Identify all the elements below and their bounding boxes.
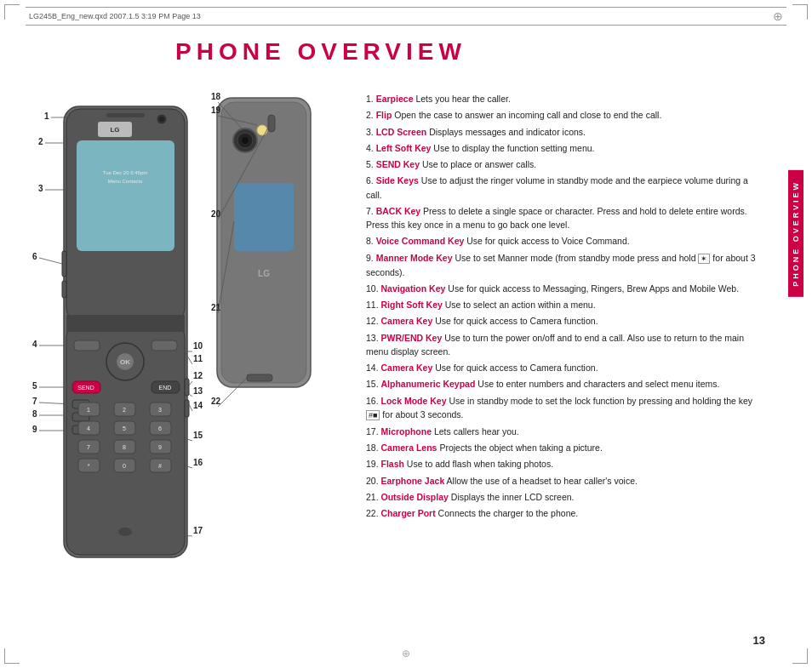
svg-rect-11 bbox=[66, 315, 185, 332]
svg-text:5: 5 bbox=[123, 425, 126, 431]
svg-text:2: 2 bbox=[123, 407, 126, 413]
svg-text:8: 8 bbox=[123, 444, 126, 450]
svg-rect-2 bbox=[77, 140, 174, 251]
svg-point-58 bbox=[257, 125, 267, 135]
svg-text:19: 19 bbox=[211, 106, 221, 115]
svg-rect-7 bbox=[106, 113, 145, 117]
svg-text:SEND: SEND bbox=[77, 385, 94, 391]
svg-text:#: # bbox=[158, 463, 162, 469]
svg-text:7: 7 bbox=[32, 397, 37, 406]
svg-text:END: END bbox=[159, 385, 172, 391]
svg-rect-15 bbox=[74, 340, 100, 351]
svg-text:LG: LG bbox=[110, 126, 119, 134]
svg-line-90 bbox=[189, 404, 192, 411]
svg-point-9 bbox=[159, 117, 164, 122]
list-item: 12. Camera Key Use for quick access to C… bbox=[366, 314, 765, 328]
svg-text:16: 16 bbox=[193, 458, 203, 467]
svg-text:7: 7 bbox=[87, 444, 90, 450]
svg-text:4: 4 bbox=[32, 340, 37, 349]
crop-mark-br bbox=[792, 648, 808, 664]
svg-text:3: 3 bbox=[158, 407, 162, 413]
list-item: 18. Camera Lens Projects the object when… bbox=[366, 441, 765, 454]
svg-text:17: 17 bbox=[193, 526, 203, 535]
list-item: 21. Outside Display Displays the inner L… bbox=[366, 490, 765, 504]
crosshair-bottom: ⊕ bbox=[402, 648, 410, 659]
list-item: 6. Side Keys Use to adjust the ringer vo… bbox=[366, 174, 765, 202]
svg-text:22: 22 bbox=[211, 397, 221, 406]
list-item: 1. Earpiece Lets you hear the caller. bbox=[366, 92, 765, 106]
svg-text:Menu    Contacts: Menu Contacts bbox=[108, 179, 142, 184]
items-list: 1. Earpiece Lets you hear the caller. 2.… bbox=[366, 92, 765, 521]
svg-text:1: 1 bbox=[44, 111, 49, 121]
crop-mark-bl bbox=[4, 648, 20, 664]
svg-rect-62 bbox=[247, 374, 272, 381]
list-item: 19. Flash Use to add flash when taking p… bbox=[366, 457, 765, 471]
list-item: 7. BACK Key Press to delete a single spa… bbox=[366, 204, 765, 232]
svg-rect-50 bbox=[62, 281, 66, 298]
list-item: 20. Earphone Jack Allow the use of a hea… bbox=[366, 474, 765, 488]
svg-text:0: 0 bbox=[123, 463, 126, 469]
svg-point-57 bbox=[242, 137, 249, 144]
header-crosshair: ⊕ bbox=[773, 9, 783, 23]
svg-text:LG: LG bbox=[258, 269, 270, 278]
crop-mark-tl bbox=[4, 4, 20, 20]
svg-point-48 bbox=[118, 528, 132, 536]
svg-line-74 bbox=[39, 258, 62, 264]
svg-text:1: 1 bbox=[87, 407, 90, 413]
svg-text:11: 11 bbox=[193, 354, 203, 363]
list-item: 15. Alphanumeric Keypad Use to enter num… bbox=[366, 377, 765, 391]
svg-line-86 bbox=[189, 381, 192, 385]
svg-text:*: * bbox=[88, 463, 90, 469]
svg-text:9: 9 bbox=[32, 425, 37, 434]
list-item: 9. Manner Mode Key Use to set Manner mod… bbox=[366, 251, 765, 279]
list-item: 5. SEND Key Use to place or answer calls… bbox=[366, 157, 765, 171]
svg-rect-59 bbox=[268, 115, 275, 132]
svg-text:6: 6 bbox=[158, 425, 162, 431]
svg-text:OK: OK bbox=[120, 358, 130, 366]
svg-text:10: 10 bbox=[193, 341, 203, 351]
svg-text:6: 6 bbox=[32, 252, 37, 261]
svg-text:3: 3 bbox=[38, 184, 43, 193]
svg-text:13: 13 bbox=[193, 386, 203, 396]
svg-rect-60 bbox=[234, 183, 294, 251]
list-item: 4. Left Soft Key Use to display the func… bbox=[366, 141, 765, 155]
list-item: 16. Lock Mode Key Use in standby mode to… bbox=[366, 394, 765, 422]
list-item: 10. Navigation Key Use for quick access … bbox=[366, 282, 765, 295]
svg-text:Tue Dec 20 6:45pm: Tue Dec 20 6:45pm bbox=[103, 170, 147, 175]
list-item: 8. Voice Command Key Use for quick acces… bbox=[366, 234, 765, 248]
header-text: LG245B_Eng_new.qxd 2007.1.5 3:19 PM Page… bbox=[29, 12, 201, 20]
list-item: 17. Microphone Lets callers hear you. bbox=[366, 425, 765, 438]
side-label: PHONE OVERVIEW bbox=[788, 170, 803, 297]
svg-rect-16 bbox=[152, 340, 177, 351]
description-list: 1. Earpiece Lets you hear the caller. 2.… bbox=[366, 92, 765, 523]
svg-text:4: 4 bbox=[87, 425, 90, 431]
svg-text:2: 2 bbox=[38, 137, 43, 146]
header-bar: LG245B_Eng_new.qxd 2007.1.5 3:19 PM Page… bbox=[26, 7, 786, 26]
list-item: 2. Flip Open the case to answer an incom… bbox=[366, 108, 765, 122]
svg-rect-52 bbox=[185, 400, 189, 417]
phone-illustration: LG Tue Dec 20 6:45pm Menu Contacts OK SE… bbox=[26, 81, 366, 591]
svg-rect-49 bbox=[62, 251, 66, 277]
svg-text:12: 12 bbox=[193, 371, 203, 380]
svg-text:9: 9 bbox=[158, 444, 162, 450]
list-item: 11. Right Soft Key Use to select an acti… bbox=[366, 298, 765, 311]
list-item: 13. PWR/END Key Use to turn the power on… bbox=[366, 331, 765, 359]
crop-mark-tr bbox=[792, 4, 808, 20]
svg-rect-51 bbox=[185, 379, 189, 396]
list-item: 22. Charger Port Connects the charger to… bbox=[366, 506, 765, 520]
list-item: 3. LCD Screen Displays messages and indi… bbox=[366, 125, 765, 139]
page-number: 13 bbox=[753, 634, 765, 647]
page-title: PHONE OVERVIEW bbox=[0, 38, 642, 66]
svg-text:8: 8 bbox=[32, 409, 37, 419]
phone-svg: LG Tue Dec 20 6:45pm Menu Contacts OK SE… bbox=[26, 81, 366, 591]
svg-text:15: 15 bbox=[193, 431, 203, 440]
svg-text:14: 14 bbox=[193, 401, 203, 410]
svg-text:5: 5 bbox=[32, 381, 37, 391]
list-item: 14. Camera Key Use for quick access to C… bbox=[366, 361, 765, 374]
svg-text:18: 18 bbox=[211, 92, 221, 101]
